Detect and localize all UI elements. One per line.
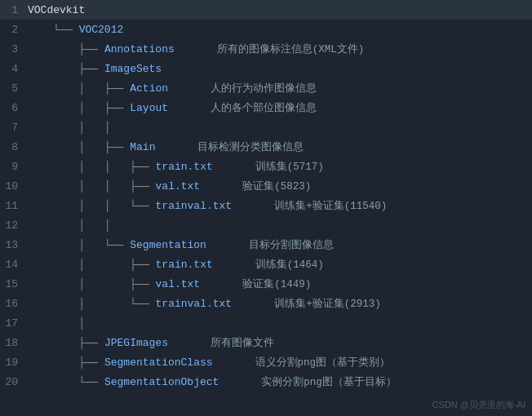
tree-prefix: │ │ ├── — [28, 180, 156, 193]
line-number: 8 — [0, 141, 24, 153]
line-number: 17 — [0, 317, 24, 330]
line-number: 10 — [0, 180, 24, 193]
line-3: 3 ├── Annotations所有的图像标注信息(XML文件) — [0, 39, 532, 59]
line-comment: 实例分割png图（基于目标） — [261, 375, 397, 389]
line-number: 1 — [0, 4, 24, 16]
line-11: 11 │ │ └── trainval.txt训练集+验证集(11540) — [0, 196, 532, 215]
line-content: │ │ ├── train.txt训练集(5717) — [24, 160, 532, 174]
line-number: 12 — [0, 219, 24, 232]
line-number: 13 — [0, 239, 24, 251]
tree-prefix: ├── — [28, 356, 104, 369]
line-number: 4 — [0, 63, 24, 75]
item-name: trainval.txt — [156, 200, 233, 212]
tree-prefix: │ ├── — [28, 278, 156, 290]
line-content: │ — [24, 317, 532, 330]
tree-prefix: │ │ — [28, 219, 111, 232]
line-comment: 语义分割png图（基于类别） — [255, 356, 391, 370]
line-10: 10 │ │ ├── val.txt验证集(5823) — [0, 176, 532, 196]
line-9: 9 │ │ ├── train.txt训练集(5717) — [0, 157, 532, 176]
line-5: 5 │ ├── Action人的行为动作图像信息 — [0, 78, 532, 98]
line-12: 12 │ │ — [0, 215, 532, 235]
line-content: │ ├── Action人的行为动作图像信息 — [24, 82, 532, 95]
line-16: 16 │ └── trainval.txt训练集+验证集(2913) — [0, 294, 532, 313]
line-content: ├── Annotations所有的图像标注信息(XML文件) — [24, 42, 532, 56]
line-content: │ ├── val.txt验证集(1449) — [24, 277, 532, 291]
line-1: 1VOCdevkit — [0, 0, 532, 20]
line-comment: 目标分割图像信息 — [249, 238, 334, 252]
line-number: 16 — [0, 298, 24, 310]
tree-prefix: ├── — [28, 63, 104, 75]
tree-prefix: ├── — [28, 43, 104, 55]
line-15: 15 │ ├── val.txt验证集(1449) — [0, 274, 532, 294]
line-comment: 验证集(5823) — [242, 179, 311, 193]
line-comment: 训练集+验证集(11540) — [274, 199, 387, 213]
tree-prefix: │ ├── — [28, 102, 130, 114]
item-name: trainval.txt — [156, 298, 233, 310]
item-name: Segmentation — [130, 239, 206, 251]
item-name: train.txt — [156, 161, 213, 173]
tree-prefix: │ ├── — [28, 141, 130, 153]
line-number: 19 — [0, 356, 24, 369]
line-4: 4 ├── ImageSets — [0, 59, 532, 78]
line-content: ├── ImageSets — [24, 63, 532, 75]
tree-prefix: │ └── — [28, 298, 156, 310]
tree-prefix: │ ├── — [28, 259, 156, 271]
line-comment: 训练集(1464) — [255, 258, 324, 272]
line-content: ├── SegmentationClass语义分割png图（基于类别） — [24, 356, 532, 370]
item-name: JPEGImages — [104, 337, 168, 349]
line-comment: 所有图像文件 — [211, 336, 274, 350]
line-number: 11 — [0, 200, 24, 212]
item-name: Main — [130, 141, 155, 153]
item-name: VOC2012 — [79, 24, 124, 36]
line-18: 18 ├── JPEGImages所有图像文件 — [0, 333, 532, 352]
line-20: 20 └── SegmentationObject实例分割png图（基于目标） — [0, 372, 532, 392]
line-content: │ ├── Main目标检测分类图像信息 — [24, 140, 532, 154]
code-editor: 1VOCdevkit2 └── VOC20123 ├── Annotations… — [0, 0, 532, 416]
line-content: │ │ └── trainval.txt训练集+验证集(11540) — [24, 199, 532, 213]
line-number: 6 — [0, 102, 24, 114]
line-number: 20 — [0, 376, 24, 388]
line-number: 7 — [0, 122, 24, 134]
line-7: 7 │ │ — [0, 117, 532, 137]
line-content: │ ├── Layout人的各个部位图像信息 — [24, 101, 532, 115]
line-content: │ ├── train.txt训练集(1464) — [24, 258, 532, 272]
tree-prefix: └── — [28, 376, 104, 388]
line-number: 3 — [0, 43, 24, 55]
tree-prefix: │ │ └── — [28, 200, 156, 212]
line-content: └── SegmentationObject实例分割png图（基于目标） — [24, 375, 532, 389]
line-number: 2 — [0, 24, 24, 36]
line-19: 19 ├── SegmentationClass语义分割png图（基于类别） — [0, 352, 532, 372]
line-comment: 人的各个部位图像信息 — [211, 101, 317, 115]
tree-prefix: ├── — [28, 337, 104, 349]
tree-prefix: └── — [28, 24, 79, 36]
line-comment: 人的行为动作图像信息 — [211, 82, 317, 95]
tree-prefix: │ └── — [28, 239, 130, 251]
line-content: │ │ ├── val.txt验证集(5823) — [24, 179, 532, 193]
line-6: 6 │ ├── Layout人的各个部位图像信息 — [0, 98, 532, 117]
line-number: 14 — [0, 259, 24, 271]
item-name: Action — [130, 82, 168, 95]
line-content: └── VOC2012 — [24, 24, 532, 36]
item-name: ImageSets — [104, 63, 162, 75]
item-name: val.txt — [156, 278, 201, 290]
item-name: Annotations — [104, 43, 175, 55]
line-2: 2 └── VOC2012 — [0, 20, 532, 39]
line-number: 15 — [0, 278, 24, 290]
tree-prefix: │ │ — [28, 122, 111, 134]
tree-prefix: │ │ ├── — [28, 161, 156, 173]
line-8: 8 │ ├── Main目标检测分类图像信息 — [0, 137, 532, 157]
line-number: 9 — [0, 161, 24, 173]
line-content: │ └── Segmentation目标分割图像信息 — [24, 238, 532, 252]
line-comment: 验证集(1449) — [242, 277, 311, 291]
line-comment: 训练集(5717) — [255, 160, 324, 174]
tree-prefix: │ — [28, 317, 85, 330]
line-content: │ │ — [24, 122, 532, 134]
item-name: train.txt — [156, 259, 213, 271]
item-name: SegmentationClass — [104, 356, 213, 369]
line-content: ├── JPEGImages所有图像文件 — [24, 336, 532, 350]
line-number: 18 — [0, 337, 24, 349]
line-number: 5 — [0, 82, 24, 95]
item-name: VOCdevkit — [28, 4, 85, 16]
line-comment: 目标检测分类图像信息 — [197, 140, 304, 154]
line-14: 14 │ ├── train.txt训练集(1464) — [0, 254, 532, 274]
